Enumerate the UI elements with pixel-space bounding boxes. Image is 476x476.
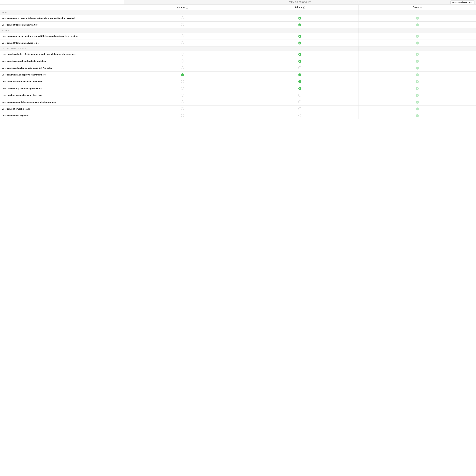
permissions-table: PERMISSION GROUPS Create Permission Grou… [0,0,476,119]
permission-label: User can create/edit/delete/assign permi… [0,99,124,106]
check-icon [417,67,418,69]
check-icon [417,35,418,37]
permission-cell [358,58,476,65]
permission-toggle[interactable] [181,66,184,69]
permission-cell [241,65,358,71]
permission-label: User can edit/delete any advice topic. [0,40,124,47]
permission-toggle[interactable] [298,107,301,110]
permission-label: User can view detailed donation and Gift… [0,65,124,71]
permission-cell [358,65,476,71]
check-icon [417,60,418,62]
permission-cell [124,15,241,22]
permission-row: User can edit church details. [0,106,476,112]
permission-toggle[interactable] [181,34,184,37]
permission-toggle[interactable] [298,80,301,83]
permission-toggle[interactable] [298,17,301,19]
permission-cell [358,40,476,47]
permission-toggle[interactable] [298,42,301,45]
check-icon [182,74,183,76]
group-menu-button[interactable] [186,6,188,9]
permission-cell [124,22,241,28]
permission-cell [241,112,358,119]
permission-row: User can view church and website statist… [0,58,476,65]
permission-cell [358,99,476,106]
permission-toggle [416,67,419,69]
permission-cell [241,71,358,78]
permission-toggle[interactable] [181,23,184,26]
permission-toggle[interactable] [298,60,301,63]
permission-toggle[interactable] [298,73,301,76]
permission-toggle[interactable] [181,114,184,117]
permission-toggle[interactable] [298,53,301,56]
group-header-owner: Owner [358,5,476,10]
permission-toggle[interactable] [298,87,301,90]
check-icon [299,17,301,19]
check-icon [299,35,301,37]
permission-toggle[interactable] [181,60,184,63]
permission-toggle[interactable] [298,35,301,38]
check-icon [417,17,418,19]
blank-header [0,5,124,10]
permission-toggle [416,35,419,38]
permission-toggle[interactable] [181,52,184,55]
permission-toggle[interactable] [181,107,184,110]
permission-row: User can block/unblock/delete a member. [0,78,476,85]
permission-row: User can import members and their data. [0,92,476,99]
permission-label: User can edit/delete any news article. [0,22,124,28]
lock-icon [420,7,422,8]
check-icon [417,88,418,89]
permission-toggle[interactable] [181,16,184,19]
chevron-down-icon [303,7,304,8]
group-name-label: Owner [413,6,420,9]
permission-label: User can import members and their data. [0,92,124,99]
permission-toggle[interactable] [298,94,301,97]
permission-toggle [416,94,419,97]
permission-cell [241,106,358,112]
permission-toggle[interactable] [298,66,301,69]
permission-label: User can view the list of site members, … [0,51,124,58]
permission-cell [241,85,358,92]
check-icon [299,60,301,62]
section-spacer [241,47,358,51]
permission-cell [241,58,358,65]
permission-cell [358,71,476,78]
permission-label: User can create a news article and edit/… [0,15,124,22]
permission-cell [124,33,241,40]
permission-toggle[interactable] [298,101,301,103]
permission-toggle[interactable] [181,94,184,97]
check-icon [299,81,301,83]
blank-header [0,0,124,5]
permission-row: User can create an advice topic and edit… [0,33,476,40]
permission-row: User can edit any member's profile data. [0,85,476,92]
permission-toggle[interactable] [181,87,184,90]
permission-toggle[interactable] [181,80,184,83]
section-spacer [124,47,241,51]
permission-cell [358,22,476,28]
group-header-member: Member [124,5,241,10]
section-spacer [241,10,358,15]
permission-cell [124,51,241,58]
permission-toggle[interactable] [181,73,184,76]
permission-cell [358,78,476,85]
permission-cell [241,15,358,22]
permission-toggle[interactable] [181,41,184,44]
permission-toggle[interactable] [298,23,301,26]
permission-toggle [416,87,419,90]
permission-toggle[interactable] [298,114,301,117]
permission-row: User can edit/delete any advice topic. [0,40,476,47]
section-spacer [241,28,358,33]
group-menu-button[interactable] [303,6,305,9]
permission-toggle [416,42,419,45]
section-title: NEWS [0,10,124,15]
check-icon [299,74,301,76]
permission-cell [358,15,476,22]
permission-label: User can block/unblock/delete a member. [0,78,124,85]
permission-cell [241,33,358,40]
check-icon [417,94,418,96]
permission-groups-label: PERMISSION GROUPS [289,1,311,3]
permission-label: User can invite and approve other member… [0,71,124,78]
permission-row: User can edit/link payment [0,112,476,119]
permission-toggle[interactable] [181,101,184,103]
group-header-admin: Admin [241,5,358,10]
create-permission-group-button[interactable]: Create Permission Group [450,0,475,4]
